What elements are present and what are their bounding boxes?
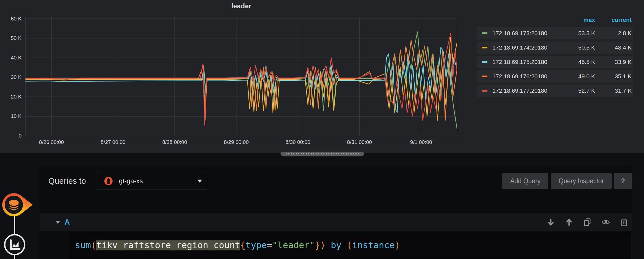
- promql-token-paren: (: [91, 240, 96, 250]
- x-tick-label: 8/31 00:00: [347, 139, 372, 145]
- series-max-value: 49.0 K: [562, 73, 595, 80]
- graph-panel: leader 60 K50 K40 K30 K20 K10 K0 8/26 00…: [0, 0, 644, 153]
- series-current-value: 31.7 K: [595, 87, 633, 94]
- trash-icon[interactable]: [620, 218, 628, 226]
- legend-row[interactable]: 172.18.69.175:2018045.5 K33.9 K: [477, 56, 633, 68]
- promql-token-paren: (: [347, 240, 352, 250]
- y-tick-label: 20 K: [11, 94, 22, 100]
- drag-dots-icon: [286, 153, 359, 154]
- x-tick-label: 9/1 00:00: [410, 139, 432, 145]
- collapse-query-icon[interactable]: [55, 221, 60, 224]
- prometheus-icon: [104, 177, 113, 185]
- x-tick-label: 8/29 00:00: [224, 139, 249, 145]
- series-color-marker: [482, 90, 487, 92]
- visualization-icon[interactable]: [3, 233, 26, 256]
- series-current-value: 48.4 K: [595, 44, 633, 51]
- queries-panel: Queries to gt-ga-xs Add Query Query Insp…: [40, 166, 632, 259]
- x-tick-label: 8/30 00:00: [285, 139, 310, 145]
- x-tick-label: 8/26 00:00: [39, 139, 64, 145]
- promql-token-keyword: by: [331, 240, 342, 250]
- query-inspector-button[interactable]: Query Inspector: [551, 173, 612, 189]
- legend-sort-max[interactable]: max: [562, 17, 595, 23]
- series-max-value: 53.3 K: [562, 30, 595, 37]
- legend-row[interactable]: 172.18.69.176:2018049.0 K35.1 K: [477, 70, 633, 82]
- copy-icon[interactable]: [583, 218, 591, 226]
- y-tick-label: 40 K: [11, 55, 22, 61]
- legend-row[interactable]: 172.18.69.174:2018050.5 K48.4 K: [477, 42, 633, 54]
- series-current-value: 35.1 K: [595, 73, 633, 80]
- promql-expression[interactable]: sum(tikv_raftstore_region_count{type="le…: [75, 240, 632, 251]
- eye-icon[interactable]: [601, 218, 610, 226]
- series-color-marker: [482, 47, 487, 48]
- series-name: 172.18.69.174:20180: [492, 44, 562, 51]
- legend-header: max current: [477, 15, 633, 25]
- y-tick-label: 50 K: [11, 35, 22, 41]
- chevron-down-icon: [197, 180, 202, 183]
- panel-title[interactable]: leader: [25, 2, 457, 10]
- series-name: 172.18.69.173:20180: [492, 30, 562, 37]
- queries-toolbar: Queries to gt-ga-xs Add Query Query Insp…: [48, 172, 632, 190]
- legend-rows: 172.18.69.173:2018053.3 K2.8 K172.18.69.…: [477, 27, 633, 97]
- x-tick-label: 8/28 00:00: [162, 139, 187, 145]
- series-max-value: 50.5 K: [562, 44, 595, 51]
- series-current-value: 2.8 K: [595, 30, 633, 37]
- query-row-a: A: [40, 213, 632, 231]
- series-max-value: 45.5 K: [562, 59, 595, 65]
- chart-canvas[interactable]: [25, 17, 457, 136]
- promql-token-plain: [325, 240, 331, 250]
- datasource-name: gt-ga-xs: [119, 177, 143, 185]
- series-color-marker: [482, 32, 487, 34]
- arrow-up-icon[interactable]: [565, 218, 573, 226]
- promql-token-label-key: instance: [352, 240, 395, 250]
- add-query-button[interactable]: Add Query: [502, 173, 548, 189]
- query-expression-editor[interactable]: sum(tikv_raftstore_region_count{type="le…: [70, 233, 632, 259]
- promql-token-keyword: sum: [75, 240, 91, 250]
- y-tick-label: 60 K: [11, 16, 22, 22]
- queries-to-label: Queries to: [48, 177, 86, 186]
- grafana-panel-editor: { "panel": { "title": "leader", "legend"…: [0, 0, 644, 259]
- promql-token-plain: [341, 240, 347, 250]
- promql-token-metric-selected: tikv_raftstore_region_count: [96, 240, 240, 250]
- series-color-marker: [482, 61, 487, 63]
- series-name: 172.18.69.175:20180: [492, 59, 562, 65]
- datasource-queries-icon[interactable]: [1, 192, 33, 219]
- series-name: 172.18.69.176:20180: [492, 73, 562, 80]
- y-tick-label: 30 K: [11, 74, 22, 80]
- y-tick-label: 10 K: [11, 113, 22, 119]
- promql-token-paren: }: [315, 240, 320, 250]
- promql-token-paren: {: [240, 240, 245, 250]
- datasource-picker[interactable]: gt-ga-xs: [97, 172, 208, 190]
- legend-row[interactable]: 172.18.69.177:2018052.7 K31.7 K: [477, 85, 633, 97]
- series-max-value: 52.7 K: [562, 87, 595, 94]
- promql-token-paren: ): [395, 240, 400, 250]
- promql-token-paren: ): [320, 240, 325, 250]
- y-axis: 60 K50 K40 K30 K20 K10 K0: [0, 17, 22, 136]
- promql-token-string: "leader": [272, 240, 315, 250]
- series-name: 172.18.69.177:20180: [492, 87, 562, 94]
- legend-sort-current[interactable]: current: [595, 17, 633, 23]
- promql-token-label-key: type: [246, 240, 267, 250]
- help-button[interactable]: ?: [614, 173, 632, 189]
- legend-table: max current 172.18.69.173:2018053.3 K2.8…: [477, 15, 633, 97]
- y-tick-label: 0: [19, 133, 22, 139]
- x-tick-label: 8/27 00:00: [101, 139, 126, 145]
- query-ref-id[interactable]: A: [64, 218, 70, 227]
- x-axis: 8/26 00:008/27 00:008/28 00:008/29 00:00…: [25, 139, 457, 147]
- panel-resize-handle[interactable]: [281, 152, 364, 156]
- promql-token-operator: =: [267, 240, 272, 250]
- chart-plot[interactable]: [25, 17, 457, 136]
- series-current-value: 33.9 K: [595, 59, 633, 65]
- series-color-marker: [482, 76, 487, 77]
- arrow-down-icon[interactable]: [547, 218, 555, 226]
- legend-row[interactable]: 172.18.69.173:2018053.3 K2.8 K: [477, 27, 633, 39]
- query-row-actions: [547, 218, 628, 226]
